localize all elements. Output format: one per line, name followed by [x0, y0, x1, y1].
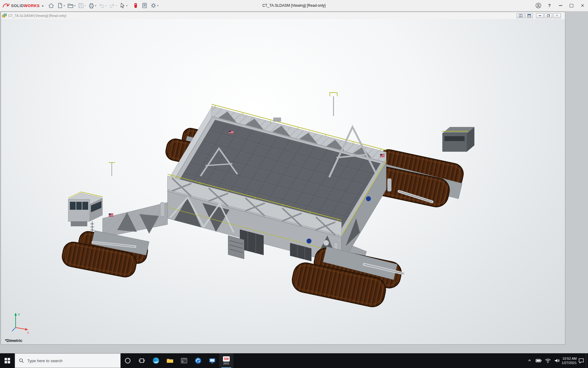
action-center-icon — [578, 357, 585, 364]
doc-tile-icon — [519, 14, 522, 17]
windows-logo-icon — [5, 358, 10, 363]
open-icon — [67, 2, 74, 9]
doc-minimize-button[interactable] — [536, 13, 544, 18]
volume-icon — [554, 357, 560, 364]
file-properties-button[interactable] — [140, 1, 149, 10]
show-desktop-button[interactable] — [586, 353, 588, 368]
app-window-button[interactable] — [177, 353, 191, 368]
redo-icon — [109, 2, 115, 9]
print-icon — [88, 2, 95, 9]
doc-float-button[interactable] — [525, 13, 533, 18]
task-view-button[interactable] — [135, 353, 149, 368]
select-tool-button[interactable]: ▾ — [118, 1, 128, 10]
chevron-down-icon: ▾ — [116, 4, 117, 7]
triad-y-label: Y — [18, 313, 20, 316]
nasa-logo — [307, 239, 311, 243]
document-titlebar: CT_TA.SLDASM [Viewing] [Read-only] — [1, 12, 565, 19]
help-button[interactable]: ? — [544, 0, 555, 11]
minimize-button[interactable] — [555, 0, 566, 11]
open-button[interactable]: ▾ — [66, 1, 76, 10]
start-button[interactable] — [0, 353, 15, 368]
solidworks-version-badge: 2021 — [223, 362, 229, 365]
graphics-viewport[interactable]: Y x *Dimetric — [1, 19, 565, 344]
new-document-icon — [57, 2, 63, 9]
doc-tile-button[interactable] — [517, 13, 524, 18]
chevron-down-icon[interactable]: ▾ — [74, 4, 75, 7]
select-arrow-icon — [119, 2, 126, 9]
close-icon: × — [581, 2, 584, 9]
doc-close-button[interactable]: × — [553, 13, 561, 18]
us-flag — [229, 131, 233, 134]
edge-button[interactable] — [149, 353, 163, 368]
options-gear-icon — [150, 2, 157, 9]
save-button: ▾ — [77, 1, 87, 10]
options-button[interactable]: ▾ — [149, 1, 159, 10]
document-title: CT_TA.SLDASM [Viewing] [Read-only] — [8, 14, 66, 17]
doc-restore-button[interactable] — [545, 13, 552, 18]
taskbar: SW 2021 ^ — [0, 353, 588, 368]
doc-float-icon — [527, 14, 531, 17]
save-icon — [77, 2, 84, 9]
volume-button[interactable] — [552, 353, 562, 368]
track-assembly-front-left — [61, 230, 149, 279]
mdi-client-area: CT_TA.SLDASM [Viewing] [Read-only] — [0, 11, 588, 353]
file-explorer-button[interactable] — [163, 353, 177, 368]
chevron-down-icon: ▾ — [105, 4, 107, 7]
maximize-icon — [570, 4, 573, 7]
menu-expand-arrow[interactable]: ▸ — [42, 4, 44, 8]
chevron-down-icon[interactable]: ▾ — [157, 4, 158, 7]
nasa-logo — [366, 196, 371, 201]
clock-time: 10:52 AM — [563, 356, 577, 361]
wifi-icon — [545, 357, 551, 364]
solidworks-window: SOLIDWORKS ▸ ▾ ▾ — [0, 0, 588, 368]
chevron-down-icon[interactable]: ▾ — [95, 4, 96, 7]
undo-icon — [98, 2, 105, 9]
account-button[interactable] — [533, 0, 544, 11]
doc-restore-icon — [547, 14, 550, 17]
solidworks-app-button[interactable]: SW 2021 — [219, 353, 233, 368]
window-title: CT_TA.SLDASM [Viewing] [Read-only] — [262, 3, 326, 8]
3dexperience-icon — [132, 2, 139, 9]
us-flag — [380, 154, 385, 157]
app-blue-icon — [194, 357, 202, 365]
quick-access-toolbar: ▾ ▾ ▾ ▾ — [47, 1, 159, 10]
app-window-icon — [180, 357, 188, 365]
app-display-button[interactable] — [205, 353, 219, 368]
search-icon — [19, 358, 24, 363]
home-button[interactable] — [47, 1, 55, 10]
edge-icon — [152, 357, 160, 365]
view-orientation-label: *Dimetric — [5, 338, 22, 343]
doc-close-icon: × — [556, 14, 558, 17]
home-icon — [48, 2, 55, 9]
undo-button: ▾ — [97, 1, 107, 10]
3dexperience-button[interactable] — [131, 1, 140, 10]
chevron-down-icon[interactable]: ▾ — [64, 4, 65, 7]
clock-date: 1/27/2021 — [562, 361, 577, 365]
app-titlebar: SOLIDWORKS ▸ ▾ ▾ — [0, 0, 588, 11]
help-icon: ? — [548, 3, 551, 8]
tray-expand-button[interactable]: ^ — [525, 353, 534, 368]
brand-text-works: WORKS — [24, 3, 40, 8]
new-document-button[interactable]: ▾ — [56, 1, 66, 10]
cortana-button[interactable] — [121, 353, 135, 368]
us-flag — [109, 213, 113, 217]
close-button[interactable]: × — [577, 0, 588, 11]
chevron-down-icon[interactable]: ▾ — [126, 4, 127, 7]
taskbar-clock[interactable]: 10:52 AM 1/27/2021 — [562, 353, 577, 368]
maximize-button[interactable] — [566, 0, 577, 11]
redo-button: ▾ — [108, 1, 118, 10]
battery-icon — [535, 357, 542, 364]
search-input[interactable] — [27, 358, 120, 363]
solidworks-logo: SOLIDWORKS — [0, 3, 40, 8]
minimize-icon — [559, 5, 562, 6]
taskbar-search[interactable] — [15, 353, 121, 368]
print-button[interactable]: ▾ — [87, 1, 97, 10]
app-blue-button[interactable] — [191, 353, 205, 368]
battery-button[interactable] — [534, 353, 543, 368]
solidworks-app-icon: SW — [223, 356, 230, 362]
platform-structure — [109, 93, 386, 264]
cortana-icon — [124, 357, 131, 364]
action-center-button[interactable] — [577, 353, 586, 368]
chevron-down-icon: ▾ — [85, 4, 86, 7]
network-button[interactable] — [543, 353, 552, 368]
